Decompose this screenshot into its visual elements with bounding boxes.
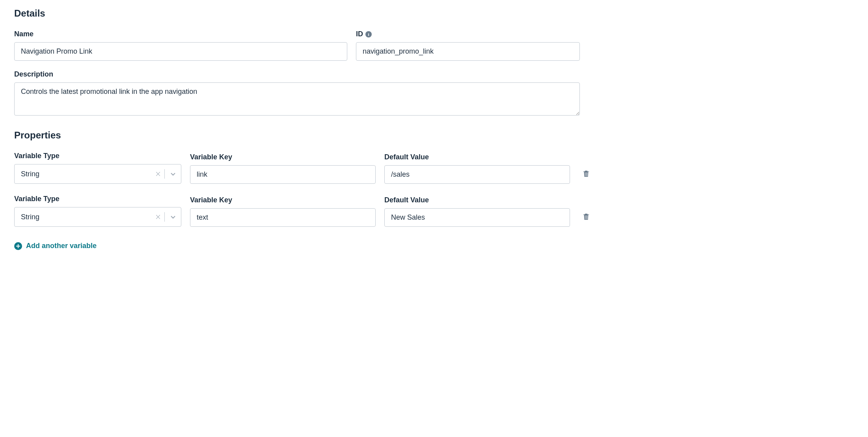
id-label-text: ID [356,30,363,38]
details-heading: Details [14,8,854,19]
variable-type-select[interactable]: String [14,207,181,227]
variable-key-input[interactable] [190,208,376,227]
properties-heading: Properties [14,130,854,141]
description-field: Description [14,70,580,116]
default-value-label: Default Value [384,153,570,161]
property-row: Variable Type String Variable Key Defaul [14,152,854,184]
add-variable-label: Add another variable [26,242,97,250]
variable-key-input[interactable] [190,165,376,184]
default-value-field: Default Value [384,153,570,184]
name-field: Name [14,30,347,61]
details-section: Details Name ID i Description [14,8,854,116]
add-variable-button[interactable]: Add another variable [14,239,97,252]
delete-row-button[interactable] [580,164,592,184]
info-icon[interactable]: i [365,31,372,37]
variable-key-field: Variable Key [190,153,376,184]
variable-type-select[interactable]: String [14,164,181,184]
default-value-label: Default Value [384,196,570,204]
name-input[interactable] [14,42,347,61]
plus-circle-icon [14,242,22,250]
delete-row-button[interactable] [580,207,592,227]
variable-key-label: Variable Key [190,153,376,161]
select-controls [152,207,181,227]
variable-type-field: Variable Type String [14,195,181,227]
id-input[interactable] [356,42,580,61]
description-label: Description [14,70,580,78]
trash-icon [582,169,590,179]
select-controls [152,164,181,184]
id-field: ID i [356,30,580,61]
description-textarea[interactable] [14,82,580,116]
clear-icon[interactable] [152,164,164,184]
property-row: Variable Type String Variable Key Defaul [14,195,854,227]
variable-key-label: Variable Key [190,196,376,204]
trash-icon [582,212,590,222]
id-label: ID i [356,30,580,38]
details-row: Name ID i [14,30,854,61]
chevron-down-icon[interactable] [165,164,181,184]
properties-section: Properties Variable Type String Variable… [14,130,854,252]
variable-key-field: Variable Key [190,196,376,227]
variable-type-field: Variable Type String [14,152,181,184]
default-value-input[interactable] [384,208,570,227]
variable-type-label: Variable Type [14,152,181,160]
clear-icon[interactable] [152,207,164,227]
variable-type-label: Variable Type [14,195,181,203]
chevron-down-icon[interactable] [165,207,181,227]
default-value-input[interactable] [384,165,570,184]
default-value-field: Default Value [384,196,570,227]
name-label: Name [14,30,347,38]
